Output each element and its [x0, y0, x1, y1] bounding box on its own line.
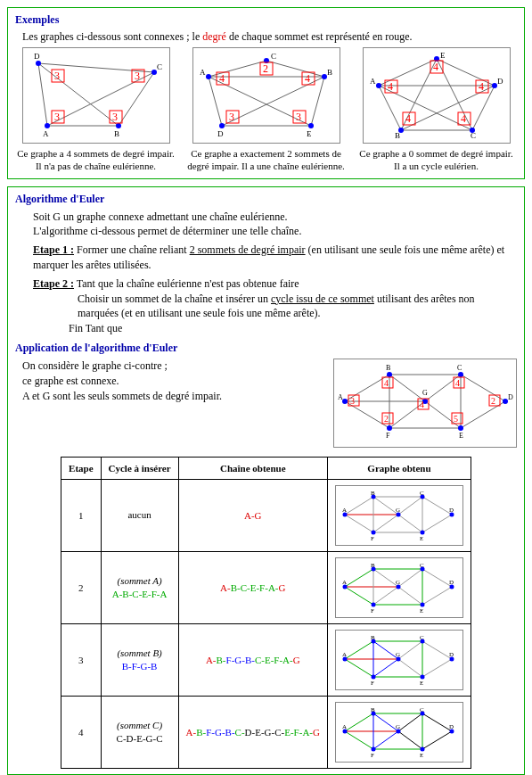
algo-intro: Soit G un graphe connexe admettant une c… [33, 210, 517, 240]
svg-text:4: 4 [420, 400, 424, 409]
svg-text:F: F [371, 607, 374, 614]
graph-cell: ABCDEFG [327, 551, 471, 623]
svg-text:G: G [396, 723, 400, 730]
svg-text:3: 3 [54, 70, 60, 82]
svg-text:2: 2 [491, 396, 495, 406]
svg-text:E: E [307, 129, 312, 138]
svg-point-162 [371, 602, 375, 606]
svg-text:D: D [497, 77, 503, 86]
svg-text:D: D [449, 723, 454, 730]
svg-line-146 [422, 569, 452, 587]
svg-line-5 [38, 63, 119, 126]
svg-line-171 [345, 641, 373, 659]
svg-line-127 [373, 515, 398, 532]
examples-row: AB CD 3 3 3 3 Ce graphe a 4 sommets de d… [15, 47, 517, 173]
svg-text:D: D [449, 579, 454, 586]
svg-text:B: B [371, 634, 375, 641]
svg-point-93 [458, 425, 463, 431]
svg-line-28 [209, 61, 266, 77]
algorithm-title: Algorithme d'Euler [15, 193, 517, 206]
application-text: On considère le graphe ci-contre ; ce gr… [22, 359, 315, 403]
svg-text:B: B [371, 706, 375, 713]
svg-text:4: 4 [384, 378, 389, 388]
svg-line-206 [398, 713, 422, 731]
svg-line-122 [345, 515, 373, 532]
example-3: ABC DE 4 4 4 4 4 Ce graphe a 0 sommet de… [356, 47, 517, 173]
table-header-row: Etape Cycle à insérer Chaîne obtenue Gra… [61, 457, 471, 479]
svg-text:B: B [395, 131, 400, 139]
cycle-cell: (sommet A)A-B-C-E-F-A [101, 551, 178, 623]
svg-text:G: G [396, 651, 400, 658]
step2-line2-underlined: cycle issu de ce sommet [271, 293, 374, 305]
svg-text:C: C [420, 562, 424, 569]
example-1-caption: Ce graphe a 4 sommets de degré impair. I… [15, 147, 176, 173]
svg-line-144 [345, 569, 373, 587]
svg-text:2: 2 [263, 62, 268, 75]
th-etape: Etape [61, 457, 102, 479]
svg-text:D: D [508, 393, 513, 401]
svg-point-89 [342, 399, 348, 404]
svg-text:E: E [420, 607, 423, 614]
svg-point-216 [371, 746, 375, 751]
svg-line-83 [389, 375, 425, 401]
graph-svg-1: AB CD 3 3 3 3 [25, 50, 168, 139]
svg-point-135 [371, 530, 375, 534]
svg-line-178 [373, 641, 398, 659]
svg-line-152 [398, 569, 422, 587]
svg-text:B: B [327, 68, 332, 77]
graph-cell: ABCDEFG [327, 623, 471, 696]
svg-text:3: 3 [54, 111, 60, 123]
svg-text:4: 4 [433, 61, 438, 73]
svg-line-198 [345, 713, 373, 731]
table-row: 4(sommet C)C-D-E-G-CA-B-F-G-B-C-D-E-G-C-… [61, 696, 471, 768]
step2-line3: Fin Tant que [69, 321, 517, 336]
svg-point-33 [219, 123, 225, 128]
svg-text:C: C [471, 131, 476, 139]
step1-before: Former une chaîne reliant [77, 243, 190, 256]
svg-line-174 [422, 659, 452, 677]
svg-line-149 [345, 587, 373, 605]
step2-label: Etape 2 : [33, 277, 74, 290]
svg-line-119 [422, 497, 452, 515]
app-graph-svg: ABC DEF G 3 4 4 2 5 2 4 [336, 361, 514, 441]
svg-text:E: E [420, 680, 423, 686]
svg-text:A: A [342, 723, 347, 730]
svg-text:4: 4 [388, 80, 393, 93]
svg-line-201 [422, 731, 452, 749]
svg-text:G: G [396, 507, 400, 514]
svg-text:A: A [43, 129, 49, 138]
svg-text:C: C [420, 634, 424, 641]
algo-step2: Etape 2 : Tant que la chaîne eulérienne … [33, 276, 517, 336]
svg-text:C: C [271, 52, 276, 61]
svg-text:E: E [459, 432, 463, 440]
svg-point-161 [420, 602, 424, 606]
example-3-graph: ABC DE 4 4 4 4 4 [363, 47, 511, 144]
steps-table: Etape Cycle à insérer Chaîne obtenue Gra… [61, 457, 471, 769]
svg-line-26 [311, 77, 324, 126]
svg-text:E: E [420, 752, 423, 758]
svg-point-60 [376, 83, 381, 88]
svg-text:4: 4 [305, 72, 310, 85]
chain-cell: A-B-F-G-B-C-E-F-A-G [178, 623, 327, 696]
svg-line-203 [345, 731, 373, 749]
th-chaine: Chaîne obtenue [178, 457, 327, 479]
chain-cell: A-B-F-G-B-C-D-E-G-C-E-F-A-G [178, 696, 327, 768]
svg-text:4: 4 [405, 112, 411, 125]
svg-text:F: F [386, 432, 390, 440]
svg-line-3 [38, 63, 47, 126]
examples-intro: Les graphes ci-dessous sont connexes ; l… [22, 30, 517, 44]
svg-line-151 [373, 569, 398, 587]
graph-svg-3: ABC DE 4 4 4 4 4 [365, 50, 508, 139]
cycle-cell: (sommet C)C-D-E-G-C [101, 696, 178, 768]
table-row: 2(sommet A)A-B-C-E-F-AA-B-C-E-F-A-GABCDE… [61, 551, 471, 623]
svg-text:B: B [371, 562, 375, 569]
svg-text:G: G [422, 389, 428, 397]
app-text-1: On considère le graphe ci-contre ; [22, 359, 315, 374]
svg-line-117 [345, 497, 373, 515]
svg-text:3: 3 [296, 111, 301, 123]
application-row: On considère le graphe ci-contre ; ce gr… [22, 359, 517, 448]
svg-text:D: D [449, 507, 454, 514]
svg-point-94 [387, 425, 392, 431]
svg-text:F: F [371, 752, 374, 758]
cycle-cell: aucun [101, 479, 178, 551]
